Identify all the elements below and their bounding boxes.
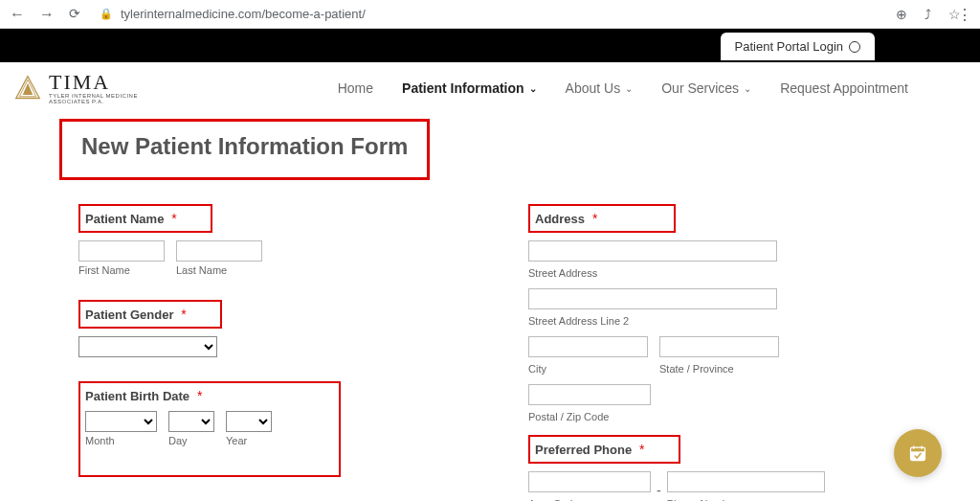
- portal-icon: [849, 41, 860, 53]
- phone-dash: -: [657, 483, 661, 498]
- gender-label: Patient Gender: [85, 307, 173, 322]
- menu-icon[interactable]: ⋮: [957, 6, 972, 24]
- patient-name-label: Patient Name: [85, 212, 164, 226]
- share-icon[interactable]: ⤴: [924, 7, 931, 22]
- forward-button[interactable]: →: [39, 6, 55, 23]
- pref-phone-num-input[interactable]: [667, 471, 825, 492]
- city-sublabel: City: [528, 363, 648, 375]
- site-header: TIMA TYLER INTERNAL MEDICINE ASSOCIATES …: [0, 62, 980, 114]
- nav-about[interactable]: About Us⌄: [566, 80, 634, 96]
- nav-home[interactable]: Home: [338, 80, 373, 96]
- reload-button[interactable]: ⟳: [69, 6, 80, 23]
- form-title: New Patient Information Form: [81, 133, 408, 160]
- city-input[interactable]: [528, 336, 648, 357]
- state-sublabel: State / Province: [659, 363, 779, 375]
- zoom-icon[interactable]: ⊕: [896, 7, 907, 22]
- day-sublabel: Day: [168, 435, 214, 446]
- zip-sublabel: Postal / Zip Code: [528, 411, 902, 422]
- year-sublabel: Year: [226, 435, 272, 446]
- logo-triangle-icon: [14, 75, 41, 102]
- address-label: Address: [535, 212, 585, 226]
- address-highlight: Address *: [528, 204, 676, 233]
- street-address-input[interactable]: [528, 240, 777, 262]
- birthdate-highlight: Patient Birth Date * Month Day: [78, 381, 341, 477]
- required-mark: *: [181, 307, 186, 322]
- birth-year-select[interactable]: [226, 411, 272, 432]
- street-sublabel: Street Address: [528, 267, 902, 279]
- month-sublabel: Month: [85, 435, 157, 446]
- last-name-sublabel: Last Name: [176, 264, 262, 276]
- first-name-input[interactable]: [78, 240, 165, 262]
- required-mark: *: [197, 388, 202, 403]
- lock-icon: 🔒: [100, 8, 113, 20]
- gender-select[interactable]: [78, 336, 217, 357]
- pref-phone-area-input[interactable]: [528, 471, 651, 492]
- birth-month-select[interactable]: [85, 411, 157, 432]
- chevron-down-icon: ⌄: [625, 83, 633, 94]
- state-input[interactable]: [659, 336, 779, 357]
- back-button[interactable]: ←: [10, 6, 25, 23]
- address-bar[interactable]: 🔒 tylerinternalmedicine.com/become-a-pat…: [100, 7, 886, 21]
- patient-name-highlight: Patient Name *: [78, 204, 212, 233]
- chevron-down-icon: ⌄: [529, 83, 537, 94]
- last-name-input[interactable]: [176, 240, 262, 262]
- required-mark: *: [592, 211, 597, 226]
- preferred-phone-label: Preferred Phone: [535, 443, 632, 457]
- chevron-down-icon: ⌄: [744, 83, 751, 94]
- logo[interactable]: TIMA TYLER INTERNAL MEDICINE ASSOCIATES …: [14, 72, 138, 104]
- portal-label: Patient Portal Login: [735, 39, 843, 54]
- url-text: tylerinternalmedicine.com/become-a-patie…: [121, 7, 366, 21]
- nav-services[interactable]: Our Services⌄: [661, 80, 751, 96]
- street-address-2-input[interactable]: [528, 288, 777, 309]
- required-mark: *: [639, 442, 644, 457]
- required-mark: *: [171, 211, 176, 226]
- top-banner: Patient Portal Login: [0, 29, 980, 62]
- street2-sublabel: Street Address Line 2: [528, 315, 902, 327]
- patient-portal-button[interactable]: Patient Portal Login: [721, 33, 875, 60]
- nav-request[interactable]: Request Appointment: [780, 80, 908, 96]
- birth-day-select[interactable]: [168, 411, 214, 432]
- logo-text-sub2: ASSOCIATES P.A.: [49, 99, 138, 104]
- nav-patient-info[interactable]: Patient Information⌄: [402, 80, 537, 96]
- first-name-sublabel: First Name: [78, 264, 165, 276]
- gender-highlight: Patient Gender *: [78, 300, 222, 329]
- form-title-highlight: New Patient Information Form: [59, 119, 430, 180]
- zip-input[interactable]: [528, 384, 651, 405]
- calendar-fab-button[interactable]: [894, 429, 942, 477]
- logo-text-main: TIMA: [49, 72, 138, 93]
- birthdate-label: Patient Birth Date: [85, 389, 189, 403]
- main-nav: Home Patient Information⌄ About Us⌄ Our …: [338, 80, 908, 96]
- calendar-check-icon: [908, 443, 927, 464]
- browser-toolbar: ← → ⟳ 🔒 tylerinternalmedicine.com/become…: [0, 0, 980, 29]
- preferred-phone-highlight: Preferred Phone *: [528, 435, 680, 464]
